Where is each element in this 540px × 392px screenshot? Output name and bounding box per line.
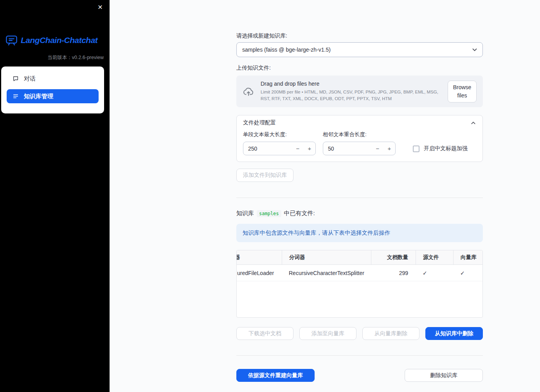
kb-files-heading: 知识库 samples 中已有文件:	[236, 210, 483, 217]
chat-bubble-icon	[13, 76, 19, 82]
table-row[interactable]: uredFileLoader RecursiveCharacterTextSpl…	[237, 265, 482, 281]
add-to-vector-store-button[interactable]: 添加至向量库	[299, 327, 356, 340]
add-files-to-kb-button[interactable]: 添加文件到知识库	[236, 169, 293, 182]
kb-select-value: samples (faiss @ bge-large-zh-v1.5)	[242, 47, 472, 53]
kb-footer-actions: 依据源文件重建向量库 删除知识库	[236, 369, 483, 382]
main-content: 请选择或新建知识库: samples (faiss @ bge-large-zh…	[236, 0, 483, 382]
rebuild-vector-store-button[interactable]: 依据源文件重建向量库	[236, 369, 315, 382]
kb-select[interactable]: samples (faiss @ bge-large-zh-v1.5)	[236, 42, 483, 57]
dropzone-title: Drag and drop files here	[261, 81, 442, 87]
overlap-field: 相邻文本重合长度: 50 − +	[323, 131, 396, 155]
sidebar-close-button[interactable]: ✕	[96, 3, 104, 12]
app-logo: LangChain-Chatchat	[5, 34, 97, 47]
delete-kb-button[interactable]: 删除知识库	[405, 369, 483, 382]
knowledge-base-icon	[13, 93, 19, 99]
cell-loader: uredFileLoader	[237, 265, 282, 281]
kb-select-label: 请选择或新建知识库:	[236, 32, 483, 40]
sidebar-menu: 对话 知识库管理	[1, 67, 104, 113]
dropzone-text: Drag and drop files here Limit 200MB per…	[261, 81, 442, 102]
sidebar-item-kb-management[interactable]: 知识库管理	[7, 89, 99, 103]
file-actions-row: 下载选中文档 添加至向量库 从向量库删除 从知识库中删除	[236, 327, 483, 340]
kb-files-table[interactable]: 器 分词器 文档数量 源文件 向量库 uredFileLoader Recurs…	[236, 250, 483, 318]
table-header-loader: 器	[237, 250, 282, 264]
dropzone-limit-text: Limit 200MB per file • HTML, MD, JSON, C…	[261, 89, 442, 102]
chat-logo-icon	[5, 34, 18, 47]
kb-heading-prefix: 知识库	[236, 210, 254, 217]
divider	[236, 355, 483, 356]
overlap-label: 相邻文本重合长度:	[323, 131, 396, 138]
table-header-row: 器 分词器 文档数量 源文件 向量库	[237, 250, 482, 265]
kb-name-code: samples	[257, 210, 281, 217]
table-header-source-file: 源文件	[416, 250, 453, 264]
max-length-plus-button[interactable]: +	[304, 142, 315, 155]
upload-label: 上传知识文件:	[236, 65, 483, 72]
zh-title-enhance-group: 开启中文标题加强	[413, 145, 468, 152]
sidebar: ✕ LangChain-Chatchat 当前版本：v0.2.6-preview…	[0, 0, 110, 392]
expander-header[interactable]: 文件处理配置	[237, 115, 482, 130]
version-text: 当前版本：v0.2.6-preview	[47, 54, 104, 61]
expander-title: 文件处理配置	[243, 119, 470, 126]
file-config-expander: 文件处理配置 单段文本最大长度: 250 − + 相邻文本重合长度: 50	[236, 115, 483, 162]
app-title: LangChain-Chatchat	[21, 36, 97, 45]
sidebar-item-label: 对话	[24, 75, 36, 83]
overlap-plus-button[interactable]: +	[383, 142, 395, 155]
remove-from-vector-store-button[interactable]: 从向量库删除	[362, 327, 419, 340]
zh-title-enhance-checkbox[interactable]	[413, 146, 419, 152]
info-banner-text: 知识库中包含源文件与向量库，请从下表中选择文件后操作	[243, 229, 390, 237]
kb-heading-suffix: 中已有文件:	[284, 210, 315, 217]
file-uploader-dropzone[interactable]: Drag and drop files here Limit 200MB per…	[236, 76, 483, 107]
cell-vector-store-check: ✓	[453, 265, 482, 281]
max-length-label: 单段文本最大长度:	[243, 131, 316, 138]
table-header-doc-count: 文档数量	[371, 250, 416, 264]
close-icon: ✕	[97, 4, 103, 11]
cell-splitter: RecursiveCharacterTextSplitter	[282, 265, 371, 281]
browse-files-button[interactable]: Browse files	[448, 81, 477, 102]
max-length-value[interactable]: 250	[243, 146, 292, 152]
max-length-minus-button[interactable]: −	[292, 142, 304, 155]
table-header-vector-store: 向量库	[453, 250, 482, 264]
overlap-value[interactable]: 50	[323, 146, 372, 152]
overlap-input[interactable]: 50 − +	[323, 142, 396, 155]
download-selected-button[interactable]: 下载选中文档	[236, 327, 293, 340]
chevron-up-icon	[470, 120, 476, 126]
divider	[236, 198, 483, 198]
zh-title-enhance-label: 开启中文标题加强	[424, 145, 468, 152]
remove-from-kb-button[interactable]: 从知识库中删除	[425, 327, 483, 340]
max-length-input[interactable]: 250 − +	[243, 142, 316, 155]
sidebar-item-dialogue[interactable]: 对话	[7, 72, 99, 85]
sidebar-item-label: 知识库管理	[24, 93, 53, 100]
overlap-minus-button[interactable]: −	[372, 142, 383, 155]
upload-cloud-icon	[243, 86, 254, 97]
expander-body: 单段文本最大长度: 250 − + 相邻文本重合长度: 50 − + 开启中文标…	[237, 130, 482, 162]
table-header-splitter: 分词器	[282, 250, 371, 264]
info-banner: 知识库中包含源文件与向量库，请从下表中选择文件后操作	[236, 224, 483, 242]
cell-source-file-check: ✓	[416, 265, 453, 281]
cell-doc-count: 299	[371, 265, 416, 281]
chevron-down-icon	[472, 47, 478, 53]
max-length-field: 单段文本最大长度: 250 − +	[243, 131, 316, 155]
